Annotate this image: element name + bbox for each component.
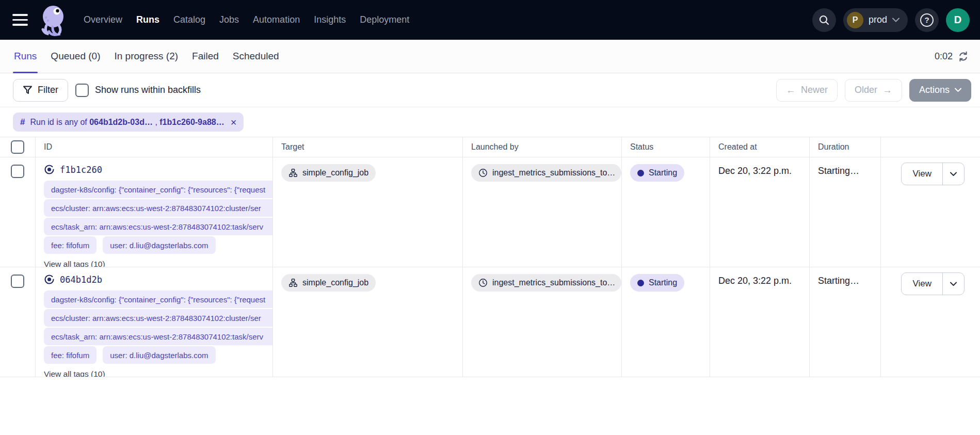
target-job-pill[interactable]: simple_config_job	[281, 164, 376, 182]
top-navbar: Overview Runs Catalog Jobs Automation In…	[0, 0, 980, 40]
chevron-down-icon	[955, 88, 961, 92]
workspace-avatar: P	[847, 12, 863, 28]
header-launched-by: Launched by	[463, 137, 622, 157]
remove-filter-icon[interactable]: ×	[231, 117, 237, 127]
tab-queued[interactable]: Queued (0)	[50, 40, 101, 73]
status-badge: Starting	[630, 164, 684, 182]
filter-run-id-1: 064b1d2b-03d…	[89, 118, 153, 126]
nav-link-insights[interactable]: Insights	[314, 14, 346, 25]
status-dot-icon	[637, 280, 644, 286]
tab-in-progress[interactable]: In progress (2)	[113, 40, 179, 73]
refresh-icon[interactable]	[958, 51, 969, 62]
run-tags: dagster-k8s/config: {"container_config":…	[44, 291, 272, 365]
run-starting-spinner-icon	[44, 274, 55, 285]
arrow-right-icon: →	[882, 85, 892, 95]
view-split-button: View	[901, 163, 965, 185]
help-icon: ?	[920, 13, 934, 27]
run-tag[interactable]: user: d.liu@dagsterlabs.com	[103, 236, 215, 254]
filter-chip-text: Run id is any of 064b1d2b-03d… , f1b1c26…	[30, 118, 224, 127]
header-target: Target	[273, 137, 463, 157]
nav-link-catalog[interactable]: Catalog	[173, 14, 205, 25]
run-id-link[interactable]: f1b1c260	[44, 164, 272, 175]
user-avatar[interactable]: D	[946, 8, 970, 32]
nav-link-runs[interactable]: Runs	[136, 14, 159, 25]
header-created-at: Created at	[710, 137, 810, 157]
view-all-tags-link[interactable]: View all tags (10)	[44, 260, 105, 267]
active-filters-row: # Run id is any of 064b1d2b-03d… , f1b1c…	[0, 107, 980, 137]
navbar-right-cluster: P prod ? D	[812, 8, 970, 32]
run-tag[interactable]: ecs/cluster: arn:aws:ecs:us-west-2:87848…	[44, 199, 272, 217]
header-status: Status	[622, 137, 710, 157]
run-id-link[interactable]: 064b1d2b	[44, 274, 272, 285]
header-id: ID	[36, 137, 273, 157]
backfills-label: Show runs within backfills	[95, 85, 201, 95]
launched-by-pill[interactable]: ingest_metrics_submissions_to…	[471, 164, 621, 182]
duration-value: Starting…	[810, 267, 881, 377]
run-tag[interactable]: dagster-k8s/config: {"container_config":…	[44, 291, 272, 308]
run-starting-spinner-icon	[44, 164, 55, 175]
older-button[interactable]: Older →	[845, 79, 902, 102]
tab-runs[interactable]: Runs	[13, 40, 38, 73]
newer-button[interactable]: ← Newer	[776, 79, 838, 102]
refresh-countdown: 0:02	[935, 51, 953, 62]
search-icon	[818, 14, 830, 26]
funnel-icon	[23, 85, 33, 95]
target-job-pill[interactable]: simple_config_job	[281, 274, 376, 292]
workspace-switcher[interactable]: P prod	[843, 8, 908, 32]
arrow-left-icon: ←	[786, 85, 796, 95]
view-all-tags-link[interactable]: View all tags (10)	[44, 369, 105, 377]
nav-link-overview[interactable]: Overview	[84, 14, 122, 25]
header-actions	[881, 137, 980, 157]
table-row: 064b1d2b dagster-k8s/config: {"container…	[0, 267, 980, 377]
created-at-value: Dec 20, 3:22 p.m.	[710, 267, 810, 377]
filter-run-id-2: f1b1c260-9a88…	[159, 118, 224, 126]
view-dropdown-button[interactable]	[942, 163, 964, 185]
run-id-filter-chip[interactable]: # Run id is any of 064b1d2b-03d… , f1b1c…	[13, 112, 244, 132]
nav-link-jobs[interactable]: Jobs	[219, 14, 239, 25]
dagster-logo-icon[interactable]	[39, 4, 69, 36]
filter-button[interactable]: Filter	[13, 79, 68, 102]
job-icon	[288, 278, 298, 287]
clock-icon	[478, 168, 488, 178]
run-tag[interactable]: ecs/cluster: arn:aws:ecs:us-west-2:87848…	[44, 309, 272, 327]
backfills-checkbox[interactable]	[75, 84, 89, 97]
header-duration: Duration	[810, 137, 881, 157]
runs-table-header: ID Target Launched by Status Created at …	[0, 137, 980, 157]
run-tag[interactable]: dagster-k8s/config: {"container_config":…	[44, 181, 272, 198]
created-at-value: Dec 20, 3:22 p.m.	[710, 157, 810, 267]
row-checkbox[interactable]	[11, 275, 24, 288]
view-button[interactable]: View	[902, 273, 942, 295]
run-tag[interactable]: ecs/task_arn: arn:aws:ecs:us-west-2:8784…	[44, 218, 272, 235]
workspace-name: prod	[869, 14, 887, 25]
run-tag[interactable]: ecs/task_arn: arn:aws:ecs:us-west-2:8784…	[44, 328, 272, 345]
nav-link-deployment[interactable]: Deployment	[360, 14, 409, 25]
launched-by-pill[interactable]: ingest_metrics_submissions_to…	[471, 274, 621, 292]
run-tags: dagster-k8s/config: {"container_config":…	[44, 181, 272, 255]
tab-scheduled[interactable]: Scheduled	[232, 40, 280, 73]
run-tag[interactable]: fee: fifofum	[44, 346, 97, 364]
backfills-toggle: Show runs within backfills	[75, 84, 201, 97]
nav-link-automation[interactable]: Automation	[253, 14, 300, 25]
search-button[interactable]	[812, 8, 836, 32]
duration-value: Starting…	[810, 157, 881, 267]
row-checkbox[interactable]	[11, 165, 24, 178]
status-badge: Starting	[630, 274, 684, 292]
view-dropdown-button[interactable]	[942, 273, 964, 295]
hamburger-menu-icon[interactable]	[12, 14, 28, 26]
status-dot-icon	[637, 170, 644, 176]
select-all-checkbox[interactable]	[11, 140, 24, 154]
actions-button[interactable]: Actions	[909, 79, 971, 102]
view-button[interactable]: View	[902, 163, 942, 185]
hash-icon: #	[20, 117, 25, 127]
runs-toolbar: Filter Show runs within backfills ← Newe…	[0, 73, 980, 107]
run-tag[interactable]: user: d.liu@dagsterlabs.com	[103, 346, 215, 364]
clock-icon	[478, 278, 488, 287]
run-tag[interactable]: fee: fifofum	[44, 236, 97, 254]
tab-failed[interactable]: Failed	[191, 40, 220, 73]
job-icon	[288, 168, 298, 178]
view-split-button: View	[901, 272, 965, 295]
primary-nav: Overview Runs Catalog Jobs Automation In…	[84, 14, 409, 25]
table-row: f1b1c260 dagster-k8s/config: {"container…	[0, 157, 980, 267]
chevron-down-icon	[892, 18, 899, 22]
help-button[interactable]: ?	[915, 8, 939, 32]
